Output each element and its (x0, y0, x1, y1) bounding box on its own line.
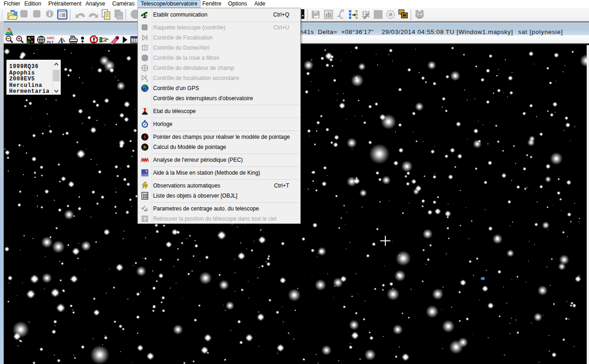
svg-text:Pk: Pk (47, 40, 51, 44)
svg-text:?: ? (51, 40, 54, 44)
svg-text:?: ? (143, 216, 147, 222)
svg-text:2: 2 (146, 79, 149, 82)
svg-text:A: A (58, 37, 63, 44)
